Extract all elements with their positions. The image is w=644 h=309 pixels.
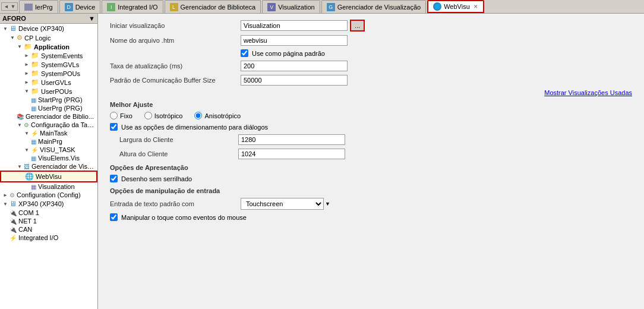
altura-input[interactable]: [238, 149, 345, 159]
manipular-toque-checkbox[interactable]: [110, 213, 118, 221]
sidebar-item-application[interactable]: ▼ 📁 Application: [0, 42, 97, 51]
tab-visualization[interactable]: V Visualization: [262, 0, 320, 13]
taxa-input[interactable]: [241, 61, 348, 71]
pin-button[interactable]: ◄ ▼: [1, 2, 18, 11]
sidebar-item-config-tare[interactable]: ▼ ⚙ Configuração da Tare...: [0, 121, 97, 129]
io-icon: I: [107, 3, 115, 11]
sidebar-item-visutask-label: VISU_TASK: [40, 146, 75, 153]
sidebar-item-com1-label: COM 1: [18, 209, 39, 216]
expand-icon-vm: ▼: [17, 163, 23, 169]
use-opcoes-label: Use as opções de dimensionamento para di…: [121, 124, 268, 131]
sidebar-item-main-task[interactable]: ▼ ⚡ MainTask: [0, 129, 97, 137]
radio-fixo[interactable]: Fixo: [110, 112, 132, 119]
sidebar-item-vis-mgr-node[interactable]: ▼ 🖼 Gerenciador de Visua...: [0, 162, 97, 171]
sidebar-item-can[interactable]: 🔌 CAN: [0, 225, 97, 234]
sidebar-item-can-label: CAN: [18, 226, 32, 233]
mostrar-vis-link[interactable]: Mostrar Visualizações Usadas: [544, 89, 632, 96]
sidebar-item-system-pous[interactable]: ► 📁 SystemPOUs: [0, 69, 97, 78]
sidebar-item-device-label: Device (XP340): [18, 25, 64, 32]
sidebar-item-system-events[interactable]: ► 📁 SystemEvents: [0, 51, 97, 60]
sidebar-item-vis-label: Visualization: [38, 183, 75, 190]
tab-lib-manager[interactable]: L Gerenciador de Biblioteca: [165, 0, 261, 13]
altura-row: Altura do Cliente: [119, 149, 632, 159]
browse-button[interactable]: ...: [350, 20, 365, 31]
main-prg-icon: ▦: [31, 138, 36, 145]
webvisu-icon: 🌐: [433, 2, 441, 11]
sidebar-item-user-prg[interactable]: ▦ UserPrg (PRG): [0, 104, 97, 112]
sidebar-item-cp-logic[interactable]: ▼ ⚙ CP Logic: [0, 33, 97, 42]
sidebar-item-integrated-io[interactable]: ⚡ Integrated I/O: [0, 234, 97, 242]
desenho-serrilhado-checkbox[interactable]: [110, 175, 118, 182]
sidebar-item-xp340-label: XP340 (XP340): [18, 200, 64, 207]
entrada-texto-select[interactable]: Touchscreen Keyboard: [241, 198, 324, 210]
can-icon: 🔌: [10, 226, 17, 233]
sidebar-item-net1[interactable]: 🔌 NET 1: [0, 217, 97, 225]
radio-anisotropico[interactable]: Anisotrópico: [194, 112, 241, 119]
cp-logic-icon: ⚙: [17, 34, 23, 42]
largura-row: Largura do Cliente: [119, 134, 632, 145]
radio-fixo-label: Fixo: [120, 112, 132, 119]
entrada-texto-row: Entrada de texto padrão com Touchscreen …: [110, 198, 632, 210]
radio-fixo-input[interactable]: [110, 112, 118, 119]
config-tare-icon: ⚙: [24, 122, 29, 128]
sidebar-item-device-xp340[interactable]: ▼ 🖥 Device (XP340): [0, 24, 97, 33]
use-opcoes-checkbox[interactable]: [110, 123, 118, 131]
expand-icon-se: ►: [24, 53, 30, 59]
sidebar-item-visu-elems[interactable]: ▦ VisuElems.Vis: [0, 154, 97, 162]
tab-lerprg[interactable]: lerPrg: [19, 0, 58, 13]
sidebar-dropdown-btn[interactable]: ▼: [89, 15, 95, 22]
expand-icon-app: ▼: [17, 44, 23, 50]
expand-icon-conf: ►: [2, 192, 8, 198]
radio-anisotropico-input[interactable]: [194, 112, 202, 119]
sidebar-item-userprg-label: UserPrg (PRG): [38, 105, 83, 112]
sidebar-item-start-prg[interactable]: ▦ StartPrg (PRG): [0, 96, 97, 104]
tab-bar: ◄ ▼ lerPrg D Device I Integrated I/O L G…: [0, 0, 644, 14]
altura-label: Altura do Cliente: [119, 150, 238, 157]
tab-webvisu-label: WebVisu: [444, 3, 470, 10]
expand-icon: ▼: [2, 26, 8, 31]
sidebar-item-visu-task[interactable]: ▼ ⚡ VISU_TASK: [0, 146, 97, 154]
padrao-buffer-input[interactable]: [241, 75, 348, 86]
sidebar-item-com1[interactable]: 🔌 COM 1: [0, 209, 97, 217]
xp340-icon: 🖥: [10, 200, 17, 208]
vis-node-icon: ▦: [31, 184, 36, 190]
sidebar-title: AFORO: [2, 15, 26, 22]
sidebar-item-user-pous[interactable]: ▼ 📁 UserPOUs: [0, 87, 97, 96]
sidebar-item-webvisu-label: WebVisu: [36, 173, 62, 180]
tab-device[interactable]: D Device: [59, 0, 101, 13]
sidebar-item-lib-bib[interactable]: 📚 Gerenciador de Biblio...: [0, 112, 97, 121]
tab-io-label: Integrated I/O: [118, 4, 157, 11]
expand-icon-sg: ►: [24, 62, 30, 68]
sidebar-item-webvisu-node[interactable]: 🌐 WebVisu: [0, 171, 97, 182]
tab-vis-mgr-label: Gerenciador de Visualização: [337, 4, 421, 11]
dropdown-arrow-icon: ▼: [325, 201, 330, 207]
tab-integrated-io[interactable]: I Integrated I/O: [102, 0, 163, 13]
sidebar-item-se-label: SystemEvents: [41, 52, 83, 59]
visu-elems-icon: ▦: [31, 155, 36, 162]
sidebar-item-sp-label: SystemPOUs: [41, 70, 80, 77]
sidebar-item-configuration[interactable]: ► ⚙ Configuration (Config): [0, 191, 97, 199]
manipular-toque-label: Manipular o toque como eventos do mouse: [121, 214, 247, 221]
tab-vis-manager[interactable]: G Gerenciador de Visualização: [321, 0, 426, 13]
main-panel: Iniciar visualização ... Nome do arquivo…: [98, 14, 644, 309]
tab-webvisu[interactable]: 🌐 WebVisu ✕: [427, 0, 484, 13]
sidebar-item-vismgr-label: Gerenciador de Visua...: [31, 163, 95, 170]
radio-isotropico-input[interactable]: [144, 112, 152, 119]
tabs-row: lerPrg D Device I Integrated I/O L Geren…: [19, 0, 644, 13]
sidebar-item-vis-node[interactable]: ▦ Visualization: [0, 182, 97, 191]
tab-webvisu-close[interactable]: ✕: [473, 4, 478, 10]
radio-isotropico[interactable]: Isotrópico: [144, 112, 183, 119]
mostrar-vis-row: Mostrar Visualizações Usadas: [110, 89, 632, 96]
sidebar-item-main-prg[interactable]: ▦ MainPrg: [0, 137, 97, 146]
iniciar-vis-input[interactable]: [241, 20, 348, 31]
sidebar-item-net1-label: NET 1: [18, 217, 37, 225]
sidebar-item-system-gvls[interactable]: ► 📁 SystemGVLs: [0, 60, 97, 69]
sidebar-item-user-gvls[interactable]: ► 📁 UserGVLs: [0, 78, 97, 87]
use-pagina-checkbox[interactable]: [241, 49, 248, 57]
sidebar-item-visuelems-label: VisuElems.Vis: [38, 154, 80, 162]
largura-input[interactable]: [238, 134, 345, 145]
up-folder-icon: 📁: [31, 87, 39, 95]
tab-lib-label: Gerenciador de Biblioteca: [181, 4, 256, 11]
sidebar-item-xp340[interactable]: ▼ 🖥 XP340 (XP340): [0, 199, 97, 209]
nome-arquivo-input[interactable]: [241, 35, 348, 46]
